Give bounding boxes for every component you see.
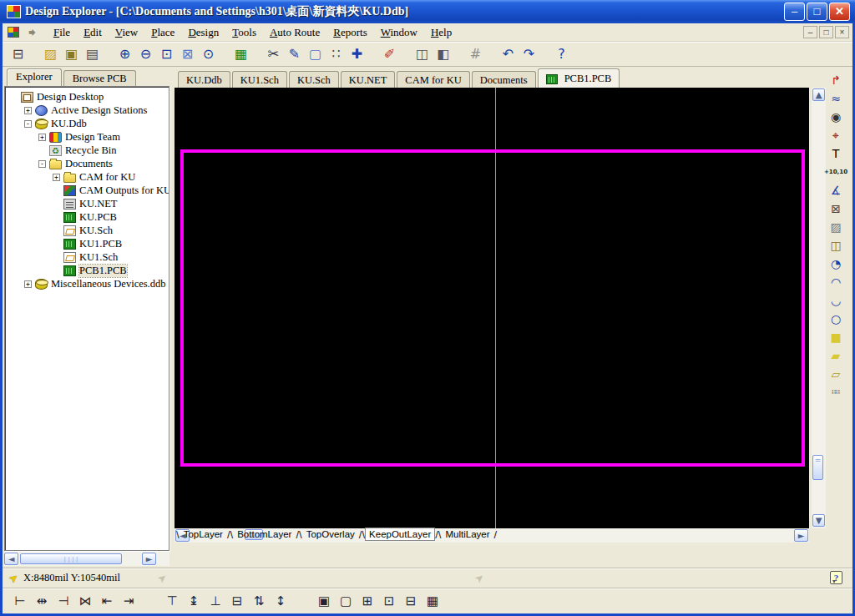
explorer-panel-toggle-button[interactable]: ⊟ [8, 44, 28, 63]
zoom-point-button[interactable]: ⊙ [198, 44, 219, 63]
tree-expand-icon[interactable]: - [38, 160, 46, 168]
tree-item-miscellaneous-devices-ddb[interactable]: +Miscellaneous Devices.ddb [5, 277, 169, 290]
maximize-button[interactable]: □ [807, 3, 827, 21]
place-arc-center-button[interactable]: ◠ [825, 273, 847, 291]
open-document-button[interactable]: ▨ [40, 44, 61, 63]
tree-item-active-design-stations[interactable]: +Active Design Stations [5, 104, 169, 117]
layer-tab-toplayer[interactable]: TopLayer [180, 528, 226, 540]
align-bottom-button[interactable]: ⊥ [205, 591, 226, 611]
place-track-button[interactable]: ↱ [825, 71, 847, 89]
align-to-component-button[interactable]: ⊟ [400, 591, 422, 611]
recall-selection-button[interactable]: ◧ [433, 44, 453, 63]
center-vertical-button[interactable]: ⊟ [226, 591, 248, 611]
tree-item-ku-sch[interactable]: +KU.Sch [5, 224, 169, 237]
menu-item-window[interactable]: Window [374, 25, 424, 40]
cross-probe-button[interactable]: ✂ [263, 44, 284, 63]
close-button[interactable]: ✕ [829, 3, 850, 21]
tree-item-cam-outputs-for-ku[interactable]: +CAM Outputs for KU [5, 184, 169, 197]
place-via-button[interactable]: ⌖ [825, 126, 847, 144]
place-string-button[interactable]: T [825, 144, 847, 163]
menu-dropdown-arrow-icon[interactable]: ➧ [25, 26, 39, 39]
align-top-button[interactable]: ⊤ [161, 591, 183, 611]
tree-expand-icon[interactable]: + [24, 280, 32, 288]
place-coordinate-button[interactable]: +10,10 [825, 163, 847, 181]
zoom-area-button[interactable]: ⊠ [177, 44, 198, 63]
help-button[interactable]: ? [551, 44, 572, 63]
place-arc-edge-button[interactable]: ◔ [825, 255, 847, 273]
arrange-components-outside-room-button[interactable]: ▢ [335, 591, 357, 611]
mdi-restore-button[interactable]: □ [819, 26, 833, 38]
space-horizontal-increase-button[interactable]: ⇥ [118, 591, 139, 611]
context-help-icon[interactable]: ? [830, 571, 842, 584]
tree-item-ku1-pcb[interactable]: +KU1.PCB [5, 237, 169, 250]
menu-item-view[interactable]: View [109, 25, 144, 40]
align-right-button[interactable]: ⊣ [53, 591, 74, 611]
place-fill-hatched-button[interactable]: ▨ [825, 218, 847, 236]
distribute-vertical-button[interactable]: ↨ [183, 591, 205, 611]
place-component-button[interactable]: ◫ [825, 236, 847, 255]
document-tab-pcb1-pcb[interactable]: PCB1.PCB [538, 68, 620, 88]
layer-tab-bottomlayer[interactable]: BottomLayer [234, 528, 295, 540]
mdi-close-button[interactable]: × [835, 26, 849, 38]
document-icon[interactable] [8, 27, 19, 38]
place-pad-button[interactable]: ◉ [825, 108, 847, 126]
pcb-canvas[interactable] [175, 88, 809, 528]
space-horizontal-decrease-button[interactable]: ⇤ [96, 591, 118, 611]
place-wire-button[interactable]: ≈ [825, 89, 847, 108]
document-tab-ku-sch[interactable]: KU.Sch [289, 71, 339, 88]
move-to-grid-button[interactable]: ⊞ [357, 591, 378, 611]
tree-expand-icon[interactable]: - [24, 120, 32, 128]
move-object-button[interactable]: ✚ [347, 44, 367, 63]
board-preview-button[interactable]: ▦ [230, 44, 251, 63]
tree-item-ku1-sch[interactable]: +KU1.Sch [5, 250, 169, 264]
layer-tab-topoverlay[interactable]: TopOverlay [303, 528, 358, 540]
tree-item-design-desktop[interactable]: +Design Desktop [5, 90, 169, 104]
layer-tab-keepoutlayer[interactable]: KeepOutLayer [366, 528, 434, 540]
scroll-down-icon[interactable]: ▼ [812, 514, 825, 527]
place-pad-array-button[interactable]: ∷∷ [825, 383, 847, 401]
zoom-window-button[interactable]: ⊡ [156, 44, 177, 63]
zoom-in-button[interactable]: ⊕ [114, 44, 135, 63]
print-button[interactable]: ▤ [82, 44, 103, 63]
document-tab-ku-net[interactable]: KU.NET [341, 71, 395, 88]
menu-item-reports[interactable]: Reports [326, 25, 373, 40]
center-horizontal-button[interactable]: ⋈ [74, 591, 96, 611]
store-selection-button[interactable]: ◫ [412, 44, 433, 63]
grid-toggle-button[interactable]: # [465, 44, 486, 63]
tree-expand-icon[interactable]: + [24, 107, 32, 114]
tree-item-recycle-bin[interactable]: +♻Recycle Bin [5, 144, 169, 157]
layer-tab-multilayer[interactable]: MultiLayer [442, 528, 493, 540]
menu-item-file[interactable]: File [47, 25, 77, 40]
panel-tab-browse-pcb[interactable]: Browse PCB [63, 70, 136, 86]
document-tab-ku1-sch[interactable]: KU1.Sch [232, 71, 287, 88]
space-vertical-decrease-button[interactable]: ↕ [270, 591, 291, 611]
place-polygon-plane-button[interactable]: ▰ [825, 346, 847, 365]
tree-item-ku-net[interactable]: +KU.NET [5, 197, 169, 210]
tree-expand-icon[interactable]: + [38, 134, 46, 141]
tree-item-ku-ddb[interactable]: -KU.Ddb [5, 117, 169, 130]
place-dimension-button[interactable]: ∡ [825, 181, 847, 199]
draw-line-button[interactable]: ✎ [284, 44, 305, 63]
document-tab-ku-ddb[interactable]: KU.Ddb [178, 71, 230, 88]
mdi-minimize-button[interactable]: – [803, 26, 817, 38]
tree-item-ku-pcb[interactable]: +KU.PCB [5, 210, 169, 224]
select-area-button[interactable]: ▢ [305, 44, 326, 63]
place-arc-any-angle-button[interactable]: ◡ [825, 291, 847, 310]
minimize-button[interactable]: – [784, 3, 805, 21]
menu-item-design[interactable]: Design [181, 25, 225, 40]
distribute-horizontal-button[interactable]: ⇹ [31, 591, 53, 611]
scroll-thumb[interactable] [20, 553, 122, 564]
space-vertical-increase-button[interactable]: ⇅ [248, 591, 270, 611]
menu-item-edit[interactable]: Edit [77, 25, 109, 40]
document-tab-cam-for-ku[interactable]: CAM for KU [397, 71, 469, 88]
menu-item-help[interactable]: Help [424, 25, 458, 40]
arrange-components-inside-room-button[interactable]: ▣ [313, 591, 335, 611]
menu-item-auto-route[interactable]: Auto Route [263, 25, 326, 40]
place-fill-button[interactable]: ■ [825, 328, 847, 346]
place-full-circle-button[interactable]: ○ [825, 310, 847, 328]
scroll-left-icon[interactable]: ◄ [4, 553, 18, 565]
place-split-plane-button[interactable]: ▱ [825, 365, 847, 383]
menu-item-tools[interactable]: Tools [225, 25, 263, 40]
undo-button[interactable]: ↶ [498, 44, 519, 63]
align-left-button[interactable]: ⊢ [9, 591, 31, 611]
